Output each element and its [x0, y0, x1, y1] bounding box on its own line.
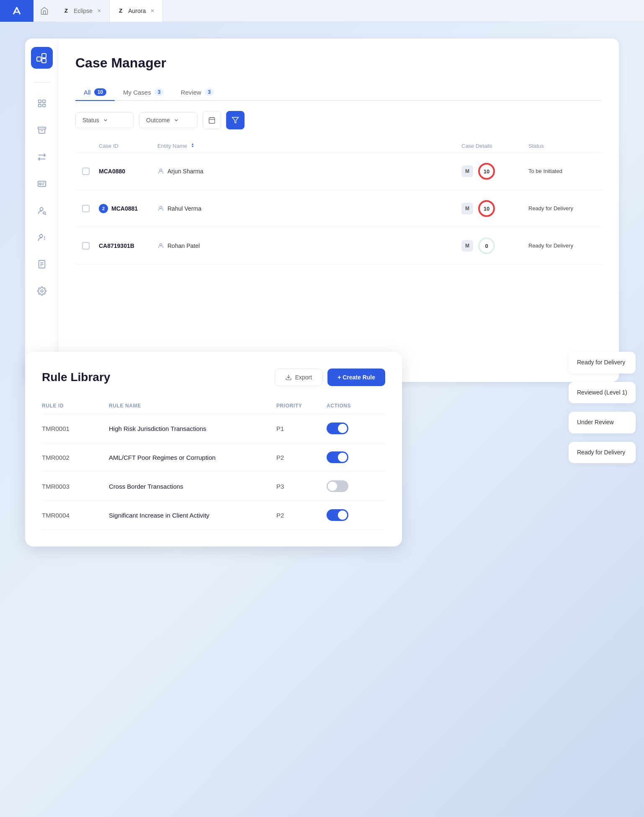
archive-icon[interactable] — [34, 123, 49, 138]
row-2-gauge: 10 — [477, 198, 497, 219]
create-rule-button[interactable]: + Create Rule — [327, 369, 385, 386]
rule-name-3: Cross Border Transactions — [109, 483, 276, 490]
toggle-knob-4 — [338, 510, 347, 520]
calendar-filter-btn[interactable] — [203, 111, 221, 129]
aurora-tab-close[interactable]: ✕ — [149, 8, 156, 14]
tab-my-cases-label: My Cases — [123, 89, 151, 96]
svg-point-24 — [41, 290, 43, 292]
calendar-icon — [208, 116, 216, 124]
rule-name-1: High Risk Jurisdiction Transactions — [109, 425, 276, 432]
header-checkbox-col — [82, 143, 99, 149]
tab-review[interactable]: Review 3 — [172, 84, 222, 101]
user-alert-icon[interactable] — [34, 230, 49, 245]
person-icon-2 — [157, 205, 164, 212]
eclipse-tab-close[interactable]: ✕ — [96, 8, 103, 14]
row-1-entity: Arjun Sharma — [157, 168, 461, 175]
rule-row: TMR0002 AML/CFT Poor Regimes or Corrupti… — [42, 443, 385, 472]
row-2-badge-m: M — [461, 203, 473, 214]
row-2-case-id-wrap: 2 MCA0881 — [99, 204, 157, 213]
status-card-3-text: Under Review — [577, 419, 614, 425]
svg-rect-25 — [209, 118, 215, 124]
tab-review-badge: 3 — [205, 88, 214, 96]
rule-id-2: TMR0002 — [42, 454, 109, 461]
rule-toggle-1[interactable] — [327, 423, 348, 434]
browser-logo — [0, 0, 33, 22]
row-3-status: Ready for Delivery — [528, 242, 595, 250]
rule-priority-2: P2 — [276, 454, 327, 461]
eclipse-tab-icon: Z — [62, 7, 70, 15]
report-icon[interactable] — [34, 257, 49, 272]
id-card-icon[interactable] — [34, 176, 49, 191]
export-button[interactable]: Export — [275, 369, 322, 386]
advanced-filter-btn[interactable] — [226, 111, 245, 129]
rule-toggle-3[interactable] — [327, 480, 348, 492]
svg-point-15 — [43, 212, 46, 214]
user-search-icon[interactable] — [34, 203, 49, 218]
page-title: Case Manager — [75, 55, 602, 71]
sidebar — [25, 39, 59, 382]
svg-point-19 — [44, 239, 45, 240]
rule-header-actions: Actions — [327, 403, 385, 409]
sidebar-logo-icon[interactable] — [31, 47, 53, 69]
switch-icon[interactable] — [34, 149, 49, 165]
svg-rect-3 — [42, 59, 46, 63]
row-1-case-details: M 10 — [461, 161, 528, 181]
svg-rect-0 — [10, 4, 23, 18]
rule-library-card: Rule Library Export + Create Rule Rule I… — [25, 352, 402, 546]
rule-row: TMR0003 Cross Border Transactions P3 — [42, 472, 385, 501]
tab-aurora[interactable]: Z Aurora ✕ — [110, 0, 163, 22]
status-filter[interactable]: Status — [75, 112, 134, 128]
svg-rect-6 — [39, 104, 41, 107]
row-1-checkbox[interactable] — [82, 168, 90, 175]
home-icon[interactable] — [33, 0, 55, 22]
row-3-entity: Rohan Patel — [157, 242, 461, 249]
toggle-knob-2 — [338, 453, 347, 462]
status-card-2: Reviewed (Level 1) — [569, 382, 636, 404]
svg-rect-4 — [39, 100, 41, 103]
tab-all[interactable]: All 10 — [75, 84, 115, 101]
status-card-1-text: Ready for Delivery — [577, 359, 625, 366]
row-3-badge-m: M — [461, 240, 473, 252]
filter-icon — [232, 116, 239, 124]
notification-badge: 2 — [99, 204, 108, 213]
table-row: CA8719301B Rohan Patel M 0 Ready for Del… — [75, 227, 602, 265]
row-3-checkbox[interactable] — [82, 242, 90, 250]
status-filter-label: Status — [82, 117, 99, 124]
status-card-4: Ready for Delivery — [569, 442, 636, 464]
svg-rect-1 — [37, 57, 41, 61]
rule-id-1: TMR0001 — [42, 425, 109, 432]
toggle-knob-3 — [328, 482, 337, 491]
rule-name-2: AML/CFT Poor Regimes or Corruption — [109, 454, 276, 461]
person-icon — [157, 168, 164, 175]
grid-icon[interactable] — [34, 96, 49, 111]
svg-point-11 — [39, 183, 41, 185]
row-2-entity-name: Rahul Verma — [167, 205, 201, 212]
rule-toggle-4-wrap — [327, 509, 385, 521]
outcome-filter[interactable]: Outcome — [139, 112, 198, 128]
rule-toggle-2-wrap — [327, 451, 385, 463]
rule-toggle-4[interactable] — [327, 509, 348, 521]
svg-line-16 — [45, 214, 46, 215]
rule-header-priority: Priority — [276, 403, 327, 409]
sort-icon[interactable] — [190, 143, 195, 148]
rule-priority-4: P2 — [276, 512, 327, 519]
settings-icon[interactable] — [34, 284, 49, 299]
chevron-down-icon-2 — [173, 117, 179, 123]
rule-toggle-2[interactable] — [327, 451, 348, 463]
status-card-2-text: Reviewed (Level 1) — [577, 389, 627, 396]
rules-table-header: Rule ID Rule Name Priority Actions — [42, 399, 385, 414]
row-2-checkbox[interactable] — [82, 205, 90, 212]
row-3-case-id: CA8719301B — [99, 242, 157, 249]
status-strip: Ready for Delivery Reviewed (Level 1) Un… — [560, 352, 644, 466]
row-2-case-id: MCA0881 — [111, 205, 138, 212]
export-icon — [285, 374, 292, 381]
row-2-case-details: M 10 — [461, 198, 528, 219]
table-row: MCA0880 Arjun Sharma M 10 To be Initiate… — [75, 153, 602, 190]
tab-my-cases[interactable]: My Cases 3 — [115, 84, 172, 101]
tab-eclipse[interactable]: Z Eclipse ✕ — [55, 0, 110, 22]
eclipse-tab-label: Eclipse — [74, 8, 93, 14]
row-3-gauge: 0 — [477, 236, 497, 256]
row-2-status: Ready for Delivery — [528, 205, 595, 212]
svg-marker-29 — [232, 117, 239, 123]
rule-priority-1: P1 — [276, 425, 327, 432]
